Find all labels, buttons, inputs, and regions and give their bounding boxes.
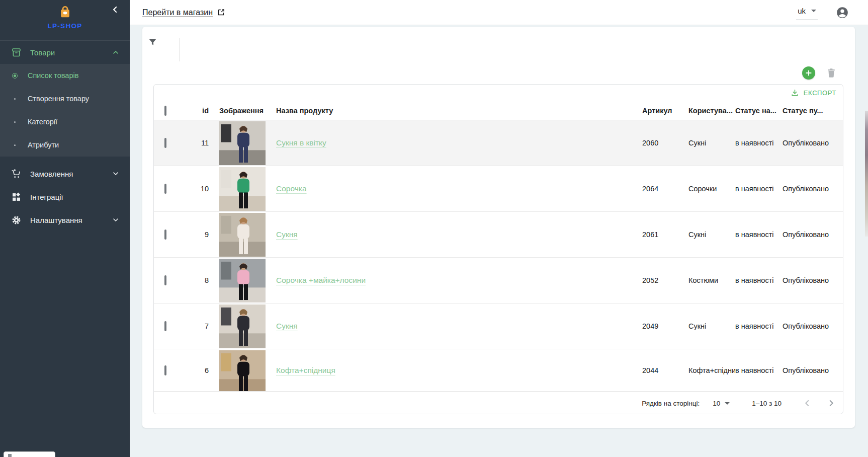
product-image-cell [212, 258, 266, 303]
product-image-cell [212, 349, 266, 391]
products-submenu: Список товарів Створення товару Категорі… [0, 64, 130, 157]
publish-status-cell: Опубліковано [783, 366, 843, 374]
product-name-link[interactable]: Сукня [276, 322, 298, 330]
sidebar-item-settings[interactable]: Налаштування [0, 208, 130, 232]
column-header: Артикул [640, 107, 688, 115]
row-checkbox[interactable] [164, 230, 166, 240]
sidebar-item-categories[interactable]: Категорії [0, 110, 130, 133]
row-checkbox[interactable] [164, 321, 166, 331]
sidebar-item-orders[interactable]: Замовлення [0, 162, 130, 185]
product-sku-cell: 2060 [640, 139, 688, 147]
product-category-cell: Сукні [688, 231, 735, 239]
chevron-down-icon [112, 170, 120, 178]
product-name-link[interactable]: Сорочка +майка+лосини [276, 276, 366, 284]
row-checkbox[interactable] [164, 275, 166, 285]
sidebar-item-attributes[interactable]: Атрибути [0, 133, 130, 157]
filter-divider [179, 38, 180, 61]
publish-status-cell: Опубліковано [783, 231, 843, 239]
sidebar-item-label: Товари [30, 48, 55, 57]
column-header: id [180, 107, 212, 115]
caret-down-icon [811, 10, 816, 12]
sidebar-item-create-product[interactable]: Створення товару [0, 87, 130, 110]
table-row: 10Сорочка2064Сорочкив наявностіОпубліков… [154, 166, 843, 212]
dot-bullet-icon [10, 94, 19, 103]
page-prev-icon[interactable] [802, 398, 813, 409]
row-checkbox-cell [154, 139, 180, 147]
sidebar-item-product-list[interactable]: Список товарів [0, 64, 130, 87]
product-name-cell: Сукня в квітку [266, 138, 640, 147]
sidebar-item-label: Замовлення [30, 170, 73, 178]
export-button[interactable]: ЕКСПОРТ [154, 85, 843, 101]
filter-button[interactable] [147, 37, 159, 49]
product-photo [219, 259, 266, 302]
dot-bullet-icon [10, 117, 19, 126]
product-thumbnail[interactable] [219, 304, 266, 348]
table-row: 8Сорочка +майка+лосини2052Костюмив наявн… [154, 258, 843, 303]
publish-status-cell: Опубліковано [783, 139, 843, 147]
tooltip-glyph-icon [8, 454, 12, 457]
sidebar-item-products[interactable]: Товари [0, 41, 130, 64]
select-all-checkbox[interactable] [164, 106, 166, 116]
page-next-icon[interactable] [826, 398, 837, 409]
pagination: Рядків на сторінці: 10 1–10 з 10 [154, 391, 843, 414]
inventory-box-icon [11, 47, 22, 58]
product-thumbnail[interactable] [219, 213, 266, 257]
publish-status-cell: Опубліковано [783, 185, 843, 193]
products-card: ЕКСПОРТ idЗображенняНазва продуктуАртику… [142, 27, 855, 428]
row-checkbox[interactable] [164, 365, 166, 375]
product-name-cell: Сорочка [266, 184, 640, 193]
product-thumbnail[interactable] [219, 121, 266, 165]
product-name-link[interactable]: Сукня в квітку [276, 138, 326, 147]
pagination-range: 1–10 з 10 [752, 400, 782, 407]
publish-status-cell: Опубліковано [783, 322, 843, 330]
products-table: ЕКСПОРТ idЗображенняНазва продуктуАртику… [153, 84, 843, 414]
product-id-cell: 8 [180, 276, 212, 284]
sidebar-item-integrations[interactable]: Інтеграції [0, 185, 130, 208]
account-circle-icon[interactable] [836, 6, 849, 19]
product-name-cell: Кофта+спідниця [266, 366, 640, 375]
product-category-cell: Сукні [688, 139, 735, 147]
stock-status-cell: в наявності [735, 366, 783, 374]
trash-icon [825, 67, 837, 79]
shopping-bag-logo-icon [58, 5, 72, 19]
rows-per-page-select[interactable]: 10 [713, 400, 730, 407]
table-row: 11Сукня в квітку2060Сукнів наявностіОпуб… [154, 120, 843, 166]
language-select[interactable]: uk [796, 5, 818, 20]
table-row: 6Кофта+спідниця2044Кофта+спідницв наявно… [154, 349, 843, 391]
product-name-link[interactable]: Сорочка [276, 184, 307, 193]
product-name-link[interactable]: Сукня [276, 230, 298, 239]
go-to-store-link[interactable]: Перейти в магазин [142, 8, 225, 17]
app-canvas: LP-SHOP Товари [0, 0, 868, 457]
product-name-link[interactable]: Кофта+спідниця [276, 366, 335, 374]
product-photo [219, 304, 266, 348]
dot-bullet-icon [10, 140, 19, 149]
row-checkbox[interactable] [164, 184, 166, 194]
stock-status-cell: в наявності [735, 322, 783, 330]
product-name-cell: Сукня [266, 230, 640, 239]
topbar: Перейти в магазин uk [130, 0, 868, 25]
table-row: 9Сукня2061Сукнів наявностіОпубліковано [154, 212, 843, 258]
chevron-left-icon [110, 5, 120, 15]
product-thumbnail[interactable] [219, 350, 266, 391]
product-thumbnail[interactable] [219, 259, 266, 302]
stock-status-cell: в наявності [735, 276, 783, 284]
product-sku-cell: 2049 [640, 322, 688, 330]
column-header: Зображення [212, 107, 266, 115]
product-thumbnail[interactable] [219, 167, 266, 211]
widgets-icon [11, 192, 22, 202]
sidebar-nav: Товари Список товарів Створення товару К… [0, 41, 130, 232]
product-image-cell [212, 212, 266, 257]
product-photo [219, 213, 266, 257]
stock-status-cell: в наявності [735, 139, 783, 147]
stock-status-cell: в наявності [735, 185, 783, 193]
column-header: Статус пу... [783, 107, 843, 115]
product-category-cell: Сорочки [688, 185, 735, 193]
row-checkbox-cell [154, 185, 180, 193]
product-sku-cell: 2064 [640, 185, 688, 193]
stock-status-cell: в наявності [735, 231, 783, 239]
delete-selected-button[interactable] [825, 67, 837, 79]
add-product-button[interactable] [802, 66, 815, 80]
row-checkbox-cell [154, 322, 180, 330]
sidebar-collapse-button[interactable] [110, 5, 121, 16]
row-checkbox[interactable] [164, 138, 166, 148]
